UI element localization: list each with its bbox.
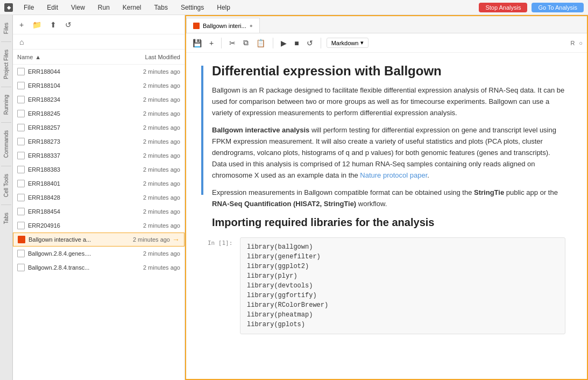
file-modified: 2 minutes ago <box>121 152 180 159</box>
home-button[interactable]: ⌂ <box>17 37 26 47</box>
sidebar-item-running[interactable]: Running <box>1 89 11 120</box>
code-line: library(ggplot2) <box>247 262 558 271</box>
column-header-name: Name ▲ <box>17 54 121 60</box>
cut-button[interactable]: ✂ <box>227 38 238 48</box>
list-item[interactable]: ERR1881042 minutes ago <box>13 79 185 93</box>
code-line: library(ggfortify) <box>247 291 558 300</box>
folder-icon <box>17 152 25 159</box>
notebook-heading-1: Differential expression with Ballgown <box>212 64 565 79</box>
menu-kernel[interactable]: Kernel <box>121 3 144 12</box>
run-button[interactable]: ▶ <box>279 38 289 48</box>
menu-run[interactable]: Run <box>96 3 112 12</box>
paste-button[interactable]: 📋 <box>254 38 267 48</box>
menu-tabs[interactable]: Tabs <box>152 3 170 12</box>
cell-type-dropdown[interactable]: Markdown ▾ <box>327 38 369 48</box>
notebook-content: Differential expression with Ballgown Ba… <box>186 53 587 379</box>
file-modified: 2 minutes ago <box>121 180 180 187</box>
tab-separator-5 <box>1 205 11 205</box>
tab-separator-4 <box>1 166 11 166</box>
new-file-button[interactable]: + <box>17 19 26 30</box>
list-item[interactable]: ERR1882572 minutes ago <box>13 121 185 135</box>
chevron-down-icon: ▾ <box>360 39 364 46</box>
sidebar-item-cell-tools[interactable]: Cell Tools <box>1 168 11 202</box>
list-item[interactable]: Ballgown.2.8.4.transc...2 minutes ago <box>13 261 185 275</box>
code-block-1[interactable]: library(ballgown)library(genefilter)libr… <box>240 237 565 334</box>
menubar: ◆ File Edit View Run Kernel Tabs Setting… <box>0 0 588 15</box>
file-name: ERR188337 <box>28 152 121 159</box>
file-icon <box>17 250 25 257</box>
list-item[interactable]: ERR1883372 minutes ago <box>13 149 185 163</box>
folder-icon <box>17 180 25 187</box>
list-item[interactable]: ERR1884542 minutes ago <box>13 205 185 219</box>
restart-button[interactable]: ↺ <box>304 38 315 48</box>
file-name: Ballgown.2.8.4.genes.... <box>28 250 121 257</box>
paragraph-2-end: . <box>427 171 429 179</box>
tab-separator-2 <box>1 87 11 87</box>
file-modified: 2 minutes ago <box>121 264 180 271</box>
list-item[interactable]: Ballgown.2.8.4.genes....2 minutes ago <box>13 247 185 261</box>
menu-file[interactable]: File <box>22 3 36 12</box>
main-layout: Files Project Files Running Commands Cel… <box>0 15 588 380</box>
file-name: ERR204916 <box>28 222 121 229</box>
copy-button[interactable]: ⧉ <box>241 37 251 48</box>
refresh-button[interactable]: ↺ <box>63 19 74 30</box>
cell-active-indicator <box>201 66 203 195</box>
list-item[interactable]: ERR1882452 minutes ago <box>13 107 185 121</box>
tab-separator-1 <box>1 41 11 42</box>
markdown-cell-1: Differential expression with Ballgown Ba… <box>208 64 565 229</box>
sidebar-item-commands[interactable]: Commands <box>1 125 11 163</box>
list-item[interactable]: ERR1883832 minutes ago <box>13 163 185 177</box>
goto-analysis-button[interactable]: Go To Analysis <box>532 3 584 12</box>
notebook-paragraph-2: Ballgown interactive analysis will perfo… <box>212 125 565 181</box>
menu-help[interactable]: Help <box>215 3 232 12</box>
menu-settings[interactable]: Settings <box>179 3 206 12</box>
nature-protocol-link[interactable]: Nature protocol paper <box>360 171 427 179</box>
folder-icon <box>17 166 25 173</box>
list-item[interactable]: ERR2049162 minutes ago <box>13 219 185 233</box>
folder-icon <box>17 110 25 117</box>
folder-icon <box>17 96 25 103</box>
toolbar-separator-2 <box>273 38 273 48</box>
toolbar-separator-1 <box>221 38 222 48</box>
list-item[interactable]: ERR1880442 minutes ago <box>13 65 185 79</box>
file-modified: 2 minutes ago <box>111 236 170 243</box>
stop-analysis-button[interactable]: Stop Analysis <box>479 3 527 12</box>
folder-icon <box>17 138 25 145</box>
upload-button[interactable]: ⬆ <box>48 19 59 30</box>
notebook-icon <box>18 236 25 243</box>
list-item[interactable]: Ballgown interactive a...2 minutes ago→ <box>13 233 185 247</box>
file-icon <box>17 264 25 271</box>
save-button[interactable]: 💾 <box>190 38 204 48</box>
folder-icon <box>17 208 25 215</box>
stop-button[interactable]: ■ <box>292 38 301 48</box>
menu-view[interactable]: View <box>69 3 87 12</box>
sidebar-item-tabs[interactable]: Tabs <box>1 207 11 229</box>
file-modified: 2 minutes ago <box>121 82 180 89</box>
notebook-tab-active[interactable]: Ballgown interi... ● <box>186 18 260 33</box>
file-name: ERR188454 <box>28 208 121 215</box>
file-modified: 2 minutes ago <box>121 166 180 173</box>
left-tabs: Files Project Files Running Commands Cel… <box>0 15 13 380</box>
menu-edit[interactable]: Edit <box>45 3 60 12</box>
sidebar-item-files[interactable]: Files <box>1 17 11 39</box>
p3-start: Expression measurements in Ballgown comp… <box>212 188 474 196</box>
folder-icon <box>17 124 25 131</box>
kernel-status-icon: ○ <box>579 40 583 46</box>
add-cell-button[interactable]: + <box>207 38 216 48</box>
rnaseq-bold: RNA-Seq Quantification (HISAT2, StringTi… <box>212 200 356 208</box>
sidebar-item-project-files[interactable]: Project Files <box>1 44 11 85</box>
notebook-paragraph-3: Expression measurements in Ballgown comp… <box>212 187 565 210</box>
list-item[interactable]: ERR1882732 minutes ago <box>13 135 185 149</box>
new-folder-button[interactable]: 📁 <box>30 19 44 30</box>
file-modified: 2 minutes ago <box>121 110 180 117</box>
file-name: Ballgown interactive a... <box>29 236 111 243</box>
list-item[interactable]: ERR1882342 minutes ago <box>13 93 185 107</box>
code-line: library(devtools) <box>247 281 558 291</box>
tab-separator-3 <box>1 122 11 123</box>
list-item[interactable]: ERR1884282 minutes ago <box>13 191 185 205</box>
list-item[interactable]: ERR1884012 minutes ago <box>13 177 185 191</box>
close-tab-icon[interactable]: ● <box>250 23 253 29</box>
file-panel: + 📁 ⬆ ↺ ⌂ Name ▲ Last Modified ERR188044… <box>13 15 185 380</box>
code-line: library(plyr) <box>247 271 558 281</box>
file-modified: 2 minutes ago <box>121 124 180 131</box>
